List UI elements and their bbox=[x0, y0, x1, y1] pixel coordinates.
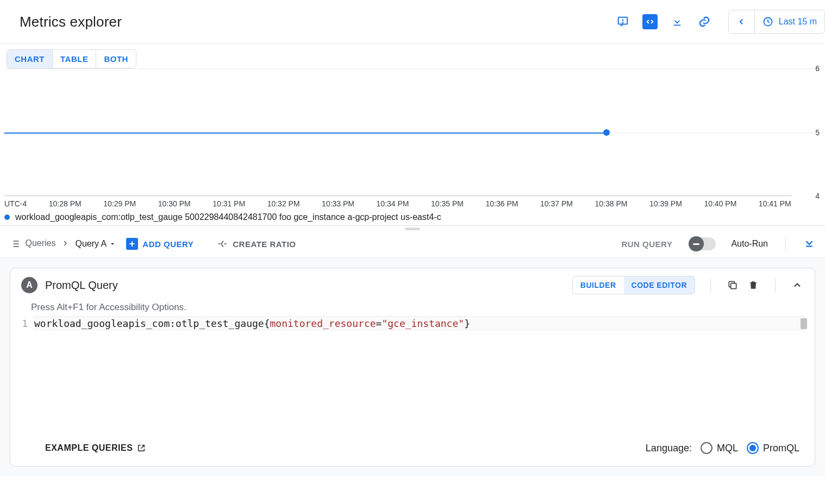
accessibility-hint: Press Alt+F1 for Accessibility Options. bbox=[10, 302, 815, 316]
y-tick-mid: 5 bbox=[815, 128, 820, 137]
query-toolbar: Queries Query A + ADD QUERY CREATE RATIO… bbox=[0, 230, 825, 258]
query-badge: A bbox=[21, 277, 38, 293]
chart-plot: 6 5 4 bbox=[4, 68, 791, 196]
svg-rect-3 bbox=[673, 25, 680, 26]
add-query-button[interactable]: + ADD QUERY bbox=[126, 238, 193, 250]
tab-chart[interactable]: CHART bbox=[7, 50, 53, 68]
legend-series-label: workload_googleapis_com:otlp_test_gauge … bbox=[15, 212, 441, 222]
tab-table[interactable]: TABLE bbox=[53, 50, 96, 68]
collapse-panel-button[interactable] bbox=[791, 279, 804, 292]
chevron-down-bar-icon bbox=[803, 237, 815, 249]
legend-swatch-icon bbox=[4, 215, 10, 220]
clock-icon bbox=[762, 16, 773, 27]
series-line bbox=[4, 133, 607, 134]
header-actions: Last 15 m bbox=[615, 10, 825, 34]
plus-icon: + bbox=[126, 238, 138, 250]
list-icon bbox=[10, 238, 21, 249]
feedback-icon[interactable] bbox=[615, 14, 630, 29]
queries-breadcrumb[interactable]: Queries bbox=[10, 238, 55, 249]
language-radio-mql[interactable]: MQL bbox=[701, 442, 738, 454]
trash-icon bbox=[748, 280, 759, 291]
x-axis-ticks: UTC-4 10:28 PM 10:29 PM 10:30 PM 10:31 P… bbox=[4, 199, 791, 208]
code-line[interactable]: workload_googleapis_com:otlp_test_gauge{… bbox=[34, 316, 815, 330]
link-icon[interactable] bbox=[697, 14, 712, 29]
y-tick-high: 6 bbox=[815, 64, 820, 73]
delete-button[interactable] bbox=[747, 279, 760, 292]
view-mode-tabs: CHART TABLE BOTH bbox=[0, 44, 825, 68]
collapse-all-button[interactable] bbox=[803, 237, 815, 251]
series-endpoint bbox=[603, 129, 610, 136]
caret-down-icon bbox=[109, 240, 116, 248]
time-range-prev-button[interactable] bbox=[729, 10, 755, 33]
svg-point-2 bbox=[622, 22, 623, 23]
editor-mode-toggle: BUILDER CODE EDITOR bbox=[572, 276, 695, 294]
panel-header: A PromQL Query BUILDER CODE EDITOR bbox=[10, 268, 815, 302]
page-title: Metrics explorer bbox=[20, 14, 122, 30]
copy-icon bbox=[727, 280, 738, 291]
code-editor-mode-button[interactable]: CODE EDITOR bbox=[624, 276, 695, 294]
create-ratio-button[interactable]: CREATE RATIO bbox=[216, 238, 296, 250]
panel-title: PromQL Query bbox=[45, 279, 118, 292]
run-query-button[interactable]: RUN QUERY bbox=[621, 240, 672, 249]
language-radio-promql[interactable]: PromQL bbox=[747, 442, 799, 454]
tab-both[interactable]: BOTH bbox=[96, 50, 136, 68]
page-header: Metrics explorer Last 15 m bbox=[0, 0, 825, 44]
copy-button[interactable] bbox=[726, 279, 739, 292]
chevron-right-icon bbox=[61, 239, 70, 249]
auto-run-toggle[interactable] bbox=[690, 237, 716, 250]
language-label: Language: bbox=[646, 443, 692, 454]
panel-footer: EXAMPLE QUERIES Language: MQL PromQL bbox=[10, 433, 815, 466]
line-number: 1 bbox=[10, 316, 34, 330]
time-range-picker[interactable]: Last 15 m bbox=[728, 10, 825, 34]
promql-editor[interactable]: 1 workload_googleapis_com:otlp_test_gaug… bbox=[10, 316, 815, 433]
code-icon[interactable] bbox=[642, 14, 658, 29]
query-selector[interactable]: Query A bbox=[75, 239, 116, 249]
download-icon[interactable] bbox=[670, 14, 685, 29]
builder-mode-button[interactable]: BUILDER bbox=[573, 276, 624, 294]
query-panel: A PromQL Query BUILDER CODE EDITOR Press… bbox=[10, 268, 815, 467]
y-tick-low: 4 bbox=[815, 192, 820, 200]
auto-run-label: Auto-Run bbox=[731, 239, 768, 249]
time-range-value[interactable]: Last 15 m bbox=[755, 10, 824, 33]
example-queries-link[interactable]: EXAMPLE QUERIES bbox=[45, 443, 146, 453]
external-link-icon bbox=[137, 444, 146, 452]
ratio-icon bbox=[216, 238, 228, 250]
chart-legend: workload_googleapis_com:otlp_test_gauge … bbox=[0, 212, 825, 225]
metrics-chart[interactable]: 6 5 4 UTC-4 10:28 PM 10:29 PM 10:30 PM 1… bbox=[0, 68, 825, 212]
svg-rect-12 bbox=[731, 284, 736, 289]
chevron-up-icon bbox=[792, 280, 803, 291]
